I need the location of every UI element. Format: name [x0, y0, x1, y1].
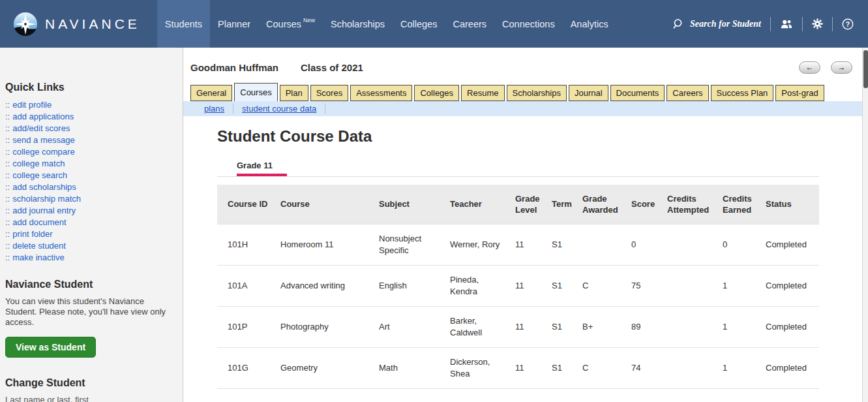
tab-journal[interactable]: Journal — [569, 85, 608, 101]
quick-link-scholarship-match[interactable]: scholarship match — [12, 194, 81, 204]
cell-credits-attempted — [657, 306, 712, 347]
naviance-student-section: Naviance Student You can view this stude… — [5, 279, 176, 358]
quick-link-college-compare[interactable]: college compare — [12, 147, 74, 157]
cell-teacher: Werner, Rory — [440, 224, 505, 265]
quick-link-make-inactive[interactable]: make inactive — [12, 253, 64, 262]
tab-plan[interactable]: Plan — [280, 85, 308, 101]
cell-term — [541, 388, 572, 402]
nav-item-label: Planner — [218, 19, 250, 29]
quick-link-add-edit-scores[interactable]: add/edit scores — [12, 123, 70, 133]
cell-credits-attempted — [657, 388, 712, 402]
cell-course-id: 101A — [217, 265, 270, 306]
quick-link-row: ::print folder — [5, 228, 176, 240]
tab-scores[interactable]: Scores — [310, 85, 348, 101]
tab-courses[interactable]: Courses — [234, 83, 277, 101]
tab-scholarships[interactable]: Scholarships — [507, 85, 567, 101]
cell-subject: Math — [368, 347, 440, 388]
student-header: Goodman Huffman Class of 2021 ← → — [183, 48, 868, 84]
tab-post-grad[interactable]: Post-grad — [775, 85, 824, 101]
grade-11-tab[interactable]: Grade 11 — [237, 161, 273, 176]
cell-subject — [368, 388, 440, 402]
cell-subject: Nonsubject Specific — [368, 224, 440, 265]
nav-item-students[interactable]: Students — [157, 0, 210, 48]
svg-text:?: ? — [846, 20, 850, 27]
tab-documents[interactable]: Documents — [610, 85, 665, 101]
vertical-scrollbar[interactable] — [862, 48, 868, 402]
cell-teacher: Dickerson, Shea — [440, 347, 505, 388]
nav-item-label: Scholarships — [331, 19, 385, 29]
link-bullet: :: — [5, 147, 10, 157]
tab-general[interactable]: General — [190, 85, 232, 101]
tab-resume[interactable]: Resume — [461, 85, 504, 101]
view-as-student-button[interactable]: View as Student — [5, 337, 96, 358]
search-for-student[interactable]: Search for Student — [673, 18, 761, 29]
cell-term: S1 — [541, 347, 572, 388]
quick-link-add-scholarships[interactable]: add scholarships — [12, 182, 76, 192]
cell-credits-earned: 1 — [712, 265, 755, 306]
nav-item-scholarships[interactable]: Scholarships — [323, 0, 393, 48]
cell-teacher: Pineda, Kendra — [440, 265, 505, 306]
table-header-row: Course IDCourseSubjectTeacherGrade Level… — [217, 185, 819, 224]
link-bullet: :: — [5, 217, 10, 227]
column-header-score: Score — [621, 185, 657, 224]
nav-item-courses[interactable]: CoursesNew — [258, 0, 323, 48]
change-student-section: Change Student Last name or last, first … — [5, 377, 176, 402]
search-label: Search for Student — [690, 19, 761, 29]
page-body: Quick Links ::edit profile::add applicat… — [0, 48, 868, 402]
nav-item-careers[interactable]: Careers — [445, 0, 495, 48]
quick-link-edit-profile[interactable]: edit profile — [12, 100, 52, 110]
cell-grade-awarded — [572, 388, 621, 402]
link-bullet: :: — [5, 123, 10, 133]
tab-colleges[interactable]: Colleges — [414, 85, 459, 101]
subtab-link-student-course-data[interactable]: student course data — [242, 104, 316, 114]
nav-item-colleges[interactable]: Colleges — [393, 0, 445, 48]
quick-link-college-search[interactable]: college search — [12, 170, 67, 180]
link-bullet: :: — [5, 241, 10, 251]
quick-link-add-document[interactable]: add document — [12, 217, 66, 227]
cell-term: S1 — [541, 224, 572, 265]
tab-assessments[interactable]: Assessments — [350, 85, 412, 101]
table-row: 101AAdvanced writingEnglishPineda, Kendr… — [217, 265, 819, 306]
previous-student-button[interactable]: ← — [799, 61, 820, 74]
cell-course: Photography — [270, 306, 368, 347]
quick-link-add-journal-entry[interactable]: add journal entry — [12, 206, 76, 215]
nav-item-analytics[interactable]: Analytics — [563, 0, 616, 48]
help-icon[interactable]: ? — [842, 18, 854, 30]
subtab-link-plans[interactable]: plans — [204, 104, 224, 114]
settings-gear-icon[interactable] — [812, 18, 823, 29]
quick-link-print-folder[interactable]: print folder — [12, 229, 52, 239]
scrollbar-thumb[interactable] — [863, 50, 868, 88]
tab-careers[interactable]: Careers — [666, 85, 708, 101]
cell-course-id: 101G — [217, 347, 270, 388]
cell-credits-attempted — [657, 224, 712, 265]
quick-link-delete-student[interactable]: delete student — [12, 241, 66, 251]
column-header-term: Term — [541, 185, 572, 224]
divider — [832, 17, 833, 31]
nav-item-label: Connections — [502, 19, 555, 29]
table-row: Helming, — [217, 388, 819, 402]
cell-score: 75 — [621, 265, 657, 306]
cell-term: S1 — [541, 265, 572, 306]
column-header-course-id: Course ID — [217, 185, 270, 224]
naviance-logo[interactable]: NAVIANCE — [0, 0, 157, 48]
table-row: 101GGeometryMathDickerson, Shea11S1C741C… — [217, 347, 819, 388]
cell-score: 74 — [621, 347, 657, 388]
column-header-status: Status — [755, 185, 819, 224]
quick-link-add-applications[interactable]: add applications — [12, 112, 74, 121]
tab-success-plan[interactable]: Success Plan — [711, 85, 774, 101]
nav-item-label: Careers — [453, 19, 487, 29]
cell-teacher: Helming, — [440, 388, 505, 402]
quick-link-send-a-message[interactable]: send a message — [12, 135, 74, 145]
cell-score: 0 — [621, 224, 657, 265]
nav-item-connections[interactable]: Connections — [494, 0, 563, 48]
column-header-course: Course — [270, 185, 368, 224]
quick-link-college-match[interactable]: college match — [12, 159, 65, 168]
quick-link-row: ::college match — [5, 158, 176, 170]
nav-item-planner[interactable]: Planner — [210, 0, 258, 48]
naviance-student-description: You can view this student's Naviance Stu… — [5, 296, 176, 328]
quick-link-row: ::delete student — [5, 240, 176, 252]
top-navbar: NAVIANCE StudentsPlannerCoursesNewSchola… — [0, 0, 868, 48]
users-icon[interactable] — [780, 19, 793, 29]
next-student-button[interactable]: → — [831, 61, 852, 74]
column-header-subject: Subject — [368, 185, 440, 224]
